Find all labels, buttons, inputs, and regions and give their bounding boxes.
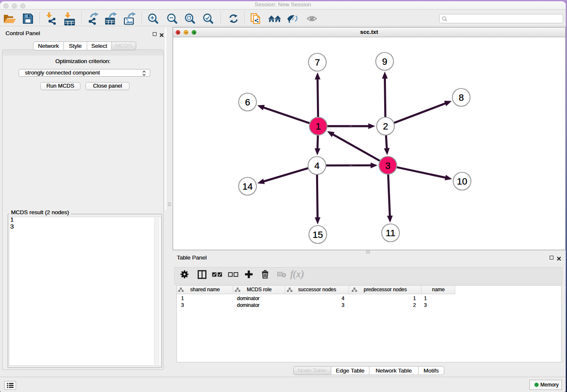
svg-text:8: 8 — [459, 92, 464, 103]
svg-text:2: 2 — [383, 121, 388, 132]
svg-text:11: 11 — [386, 228, 396, 238]
svg-text:3: 3 — [385, 160, 390, 171]
svg-text:15: 15 — [313, 229, 323, 240]
svg-text:9: 9 — [382, 56, 387, 67]
svg-text:4: 4 — [314, 160, 319, 171]
svg-text:10: 10 — [457, 176, 467, 187]
svg-text:7: 7 — [315, 57, 320, 68]
svg-text:1: 1 — [316, 121, 321, 132]
svg-text:14: 14 — [242, 181, 253, 192]
svg-text:6: 6 — [245, 97, 250, 108]
